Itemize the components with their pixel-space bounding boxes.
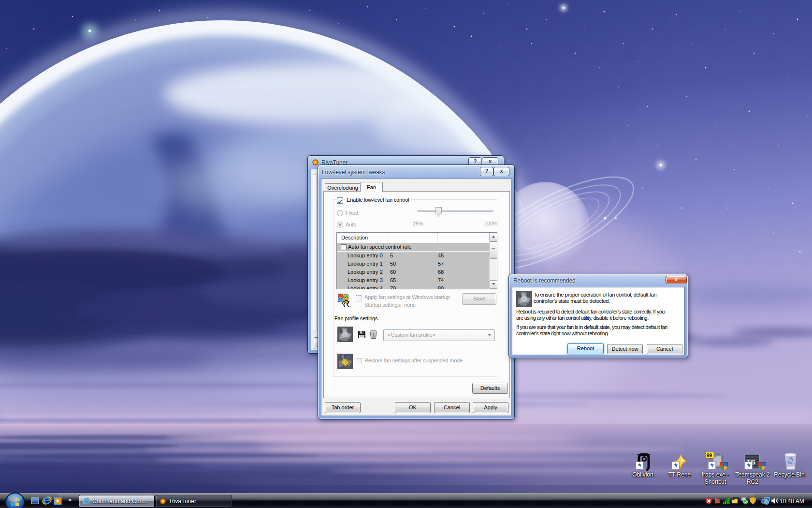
svg-text:99: 99 <box>707 453 712 458</box>
